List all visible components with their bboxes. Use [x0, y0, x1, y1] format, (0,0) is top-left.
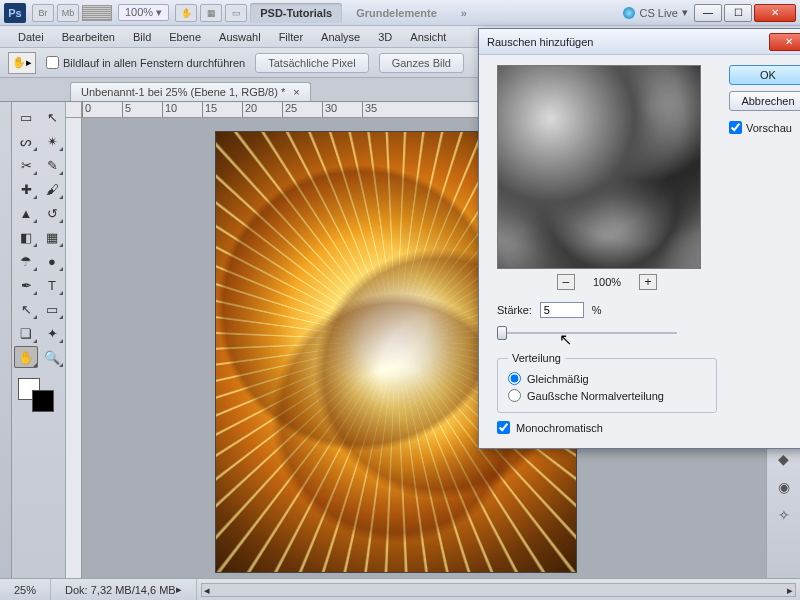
workspace-more[interactable]: » [451, 3, 477, 23]
hand-shortcut[interactable]: ✋ [175, 4, 197, 22]
minibridge-button[interactable]: Mb [57, 4, 79, 22]
amount-input[interactable] [540, 302, 584, 318]
pen-tool[interactable]: ✒ [14, 274, 38, 296]
channels-panel-icon[interactable]: ◉ [774, 478, 794, 496]
dialog-titlebar[interactable]: Rauschen hinzufügen ✕ [479, 29, 800, 55]
document-tab[interactable]: Unbenannt-1 bei 25% (Ebene 1, RGB/8) * × [70, 82, 311, 101]
ruler-mark: 35 [362, 102, 402, 117]
workspace-grundelemente[interactable]: Grundelemente [346, 3, 447, 23]
status-docinfo[interactable]: Dok: 7,32 MB/14,6 MB ▸ [51, 579, 197, 600]
view-extra-button[interactable]: ▭ [225, 4, 247, 22]
dist-uniform-radio[interactable]: Gleichmäßig [508, 370, 706, 387]
paths-panel-icon[interactable]: ✧ [774, 506, 794, 524]
menu-datei[interactable]: Datei [10, 29, 52, 45]
amount-slider[interactable]: ↖ [497, 324, 677, 342]
hand-tool[interactable]: ✋ [14, 346, 38, 368]
layers-panel-icon[interactable]: ◆ [774, 450, 794, 468]
blur-tool[interactable]: ☂ [14, 250, 38, 272]
history-brush-tool[interactable]: ↺ [40, 202, 64, 224]
ruler-mark: 20 [242, 102, 282, 117]
move-tool[interactable]: ▭ [14, 106, 38, 128]
zoom-tool[interactable]: 🔍 [40, 346, 64, 368]
status-docinfo-label: Dok: 7,32 MB/14,6 MB [65, 584, 176, 596]
eyedropper-tool[interactable]: ✎ [40, 154, 64, 176]
ruler-origin[interactable] [66, 102, 82, 118]
window-minimize-button[interactable]: — [694, 4, 722, 22]
dialog-close-button[interactable]: ✕ [769, 33, 800, 51]
color-swatches[interactable] [14, 376, 64, 416]
screen-mode-button[interactable] [82, 5, 112, 21]
menu-bearbeiten[interactable]: Bearbeiten [54, 29, 123, 45]
menu-bild[interactable]: Bild [125, 29, 159, 45]
ruler-vertical[interactable] [66, 118, 82, 578]
ruler-mark: 5 [122, 102, 162, 117]
background-swatch[interactable] [32, 390, 54, 412]
shape-tool[interactable]: ▭ [40, 298, 64, 320]
menu-auswahl[interactable]: Auswahl [211, 29, 269, 45]
ruler-mark: 0 [82, 102, 122, 117]
eraser-tool[interactable]: ◧ [14, 226, 38, 248]
preview-checkbox-input[interactable] [729, 121, 742, 134]
path-select-tool[interactable]: ↖ [14, 298, 38, 320]
status-zoom[interactable]: 25% [0, 579, 51, 600]
bridge-button[interactable]: Br [32, 4, 54, 22]
dialog-preview[interactable] [497, 65, 701, 269]
lasso-tool[interactable]: ᔕ [14, 130, 38, 152]
preview-image [497, 65, 701, 269]
zoom-value: 100% [125, 6, 153, 18]
menu-3d[interactable]: 3D [370, 29, 400, 45]
scroll-all-label: Bildlauf in allen Fenstern durchführen [63, 57, 245, 69]
document-tab-title: Unbenannt-1 bei 25% (Ebene 1, RGB/8) * [81, 86, 285, 98]
window-close-button[interactable]: ✕ [754, 4, 796, 22]
monochromatic-input[interactable] [497, 421, 510, 434]
scroll-all-windows-checkbox[interactable]: Bildlauf in allen Fenstern durchführen [46, 56, 245, 69]
menu-ansicht[interactable]: Ansicht [402, 29, 454, 45]
current-tool-indicator[interactable]: ✋▸ [8, 52, 36, 74]
menu-filter[interactable]: Filter [271, 29, 311, 45]
ok-button[interactable]: OK [729, 65, 800, 85]
scroll-all-checkbox-input[interactable] [46, 56, 59, 69]
fit-screen-button[interactable]: Ganzes Bild [379, 53, 464, 73]
distribution-group: Verteilung Gleichmäßig Gaußsche Normalve… [497, 352, 717, 413]
gradient-tool[interactable]: ▦ [40, 226, 64, 248]
crop-tool[interactable]: ✂ [14, 154, 38, 176]
healing-brush-tool[interactable]: ✚ [14, 178, 38, 200]
cs-live-button[interactable]: CS Live ▾ [623, 6, 688, 19]
dist-gaussian-input[interactable] [508, 389, 521, 402]
arrange-button[interactable]: ▦ [200, 4, 222, 22]
preview-zoom-out-button[interactable]: – [557, 274, 575, 290]
collapse-strip[interactable] [0, 102, 12, 578]
3d-camera-tool[interactable]: ✦ [40, 322, 64, 344]
horizontal-scrollbar[interactable]: ◂▸ [201, 583, 796, 597]
menu-ebene[interactable]: Ebene [161, 29, 209, 45]
workspace-psd-tutorials[interactable]: PSD-Tutorials [250, 3, 342, 23]
document-tab-close-icon[interactable]: × [293, 86, 299, 98]
dist-gaussian-radio[interactable]: Gaußsche Normalverteilung [508, 387, 706, 404]
window-maximize-button[interactable]: ☐ [724, 4, 752, 22]
dist-uniform-label: Gleichmäßig [527, 373, 589, 385]
actual-pixels-button[interactable]: Tatsächliche Pixel [255, 53, 368, 73]
slider-thumb[interactable] [497, 326, 507, 340]
distribution-legend: Verteilung [508, 352, 565, 364]
cslive-label: CS Live [639, 7, 678, 19]
monochromatic-checkbox[interactable]: Monochromatisch [497, 421, 717, 434]
preview-zoom-in-button[interactable]: + [639, 274, 657, 290]
menu-analyse[interactable]: Analyse [313, 29, 368, 45]
preview-checkbox[interactable]: Vorschau [729, 121, 800, 134]
ruler-mark: 25 [282, 102, 322, 117]
cancel-button[interactable]: Abbrechen [729, 91, 800, 111]
marquee-tool[interactable]: ↖ [40, 106, 64, 128]
type-tool[interactable]: T [40, 274, 64, 296]
zoom-combo[interactable]: 100% ▾ [118, 4, 169, 21]
dist-uniform-input[interactable] [508, 372, 521, 385]
clone-stamp-tool[interactable]: ▲ [14, 202, 38, 224]
slider-track [497, 332, 677, 334]
magic-wand-tool[interactable]: ✴ [40, 130, 64, 152]
add-noise-dialog: Rauschen hinzufügen ✕ – 100% + Stärke: %… [478, 28, 800, 449]
app-titlebar: Ps Br Mb 100% ▾ ✋ ▦ ▭ PSD-Tutorials Grun… [0, 0, 800, 26]
3d-tool[interactable]: ❏ [14, 322, 38, 344]
preview-checkbox-label: Vorschau [746, 122, 792, 134]
amount-unit: % [592, 304, 602, 316]
brush-tool[interactable]: 🖌 [40, 178, 64, 200]
dodge-tool[interactable]: ● [40, 250, 64, 272]
